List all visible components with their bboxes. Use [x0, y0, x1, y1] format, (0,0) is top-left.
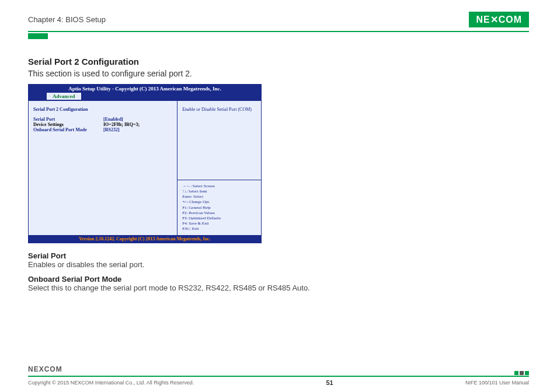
footer-decoration	[28, 371, 529, 375]
bios-row: Device Settings IO=2F8h; IRQ=3;	[33, 122, 172, 127]
bios-row-value: IO=2F8h; IRQ=3;	[103, 122, 140, 127]
chapter-title: Chapter 4: BIOS Setup	[28, 15, 106, 24]
bios-title-bar: Aptio Setup Utility - Copyright (C) 2013…	[29, 85, 261, 93]
header-rule	[28, 31, 529, 32]
bios-row-value: [RS232]	[103, 127, 120, 132]
nexcom-logo: NE✕COM	[469, 12, 529, 27]
bios-row-value: [Enabled]	[103, 117, 123, 122]
bios-help-text: Enable or Disable Serial Port (COM)	[177, 101, 261, 180]
bios-row: Onboard Serial Port Mode [RS232]	[33, 127, 172, 132]
bios-section-heading: Serial Port 2 Configuration	[33, 107, 172, 112]
bios-screenshot: Aptio Setup Utility - Copyright (C) 2013…	[28, 84, 262, 243]
bios-row-label: Serial Port	[33, 117, 103, 122]
accent-bar	[28, 33, 48, 39]
bios-footer: Version 2.16.1242. Copyright (C) 2013 Am…	[29, 235, 261, 243]
bios-row-label: Device Settings	[33, 122, 103, 127]
page-number: 51	[326, 379, 333, 386]
bios-row: Serial Port [Enabled]	[33, 117, 172, 122]
bios-row-label: Onboard Serial Port Mode	[33, 127, 103, 132]
desc-body: Enables or disables the serial port.	[28, 260, 529, 269]
bios-tab-advanced: Advanced	[46, 92, 82, 100]
desc-body: Select this to change the serial port mo…	[28, 284, 529, 292]
bios-key-help: →←: Select Screen ↑↓: Select Item Enter:…	[177, 180, 261, 235]
section-title: Serial Port 2 Configuration	[28, 57, 529, 66]
bios-left-pane: Serial Port 2 Configuration Serial Port …	[29, 101, 177, 235]
section-description: This section is used to configure serial…	[28, 69, 529, 78]
desc-heading: Onboard Serial Port Mode	[28, 275, 529, 284]
footer-copyright: Copyright © 2015 NEXCOM International Co…	[28, 380, 194, 386]
footer-logo: NEXCOM	[28, 365, 62, 373]
footer-manual: NIFE 100/101 User Manual	[465, 380, 529, 386]
desc-heading: Serial Port	[28, 251, 529, 260]
